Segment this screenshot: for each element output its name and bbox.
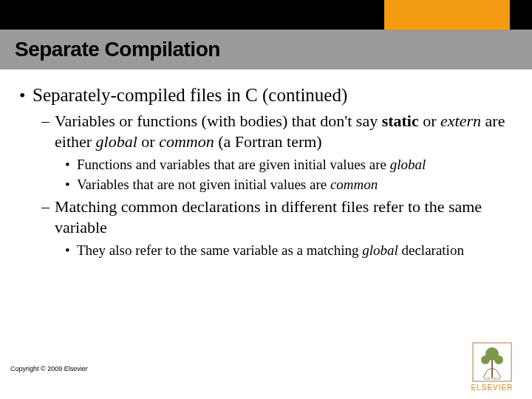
top-orange-accent bbox=[384, 0, 510, 30]
bullet-text: Matching common declarations in differen… bbox=[55, 197, 513, 238]
list-item: – Matching common declarations in differ… bbox=[41, 197, 513, 259]
slide-title: Separate Compilation bbox=[15, 38, 220, 61]
list-item: • Functions and variables that are given… bbox=[65, 155, 513, 174]
bullet-list-level3: • They also refer to the same variable a… bbox=[65, 241, 513, 259]
text-fragment: or bbox=[419, 112, 440, 130]
text-fragment: Variables or functions (with bodies) tha… bbox=[55, 112, 382, 130]
svg-point-4 bbox=[494, 355, 503, 364]
bullet-text: Variables or functions (with bodies) tha… bbox=[55, 111, 513, 152]
bullet-list-level1: • Separately-compiled files in C (contin… bbox=[19, 84, 513, 259]
text-fragment: They also refer to the same variable as … bbox=[77, 242, 362, 258]
keyword-common: common bbox=[330, 177, 378, 192]
keyword-global: global bbox=[390, 157, 426, 172]
bullet-dot-icon: • bbox=[65, 155, 77, 174]
keyword-common: common bbox=[159, 132, 214, 151]
bullet-text: They also refer to the same variable as … bbox=[77, 241, 464, 259]
list-item: – Variables or functions (with bodies) t… bbox=[41, 111, 513, 194]
bullet-dot-icon: • bbox=[65, 175, 77, 194]
list-item: • Variables that are not given initial v… bbox=[65, 175, 513, 194]
bullet-dot-icon: • bbox=[65, 241, 77, 259]
bullet-text: Separately-compiled files in C (continue… bbox=[33, 84, 347, 106]
text-fragment: or bbox=[137, 132, 159, 151]
svg-text:NON SOLUS: NON SOLUS bbox=[484, 377, 500, 381]
keyword-global: global bbox=[96, 132, 137, 151]
text-fragment: declaration bbox=[398, 242, 464, 258]
copyright-text: Copyright © 2009 Elsevier bbox=[10, 365, 88, 372]
bullet-list-level2: – Variables or functions (with bodies) t… bbox=[41, 111, 513, 259]
bullet-list-level3: • Functions and variables that are given… bbox=[65, 155, 513, 194]
title-bar: Separate Compilation bbox=[0, 30, 532, 69]
dash-icon: – bbox=[41, 111, 55, 152]
content-area: • Separately-compiled files in C (contin… bbox=[19, 80, 513, 259]
publisher-logo: NON SOLUS ELSEVIER bbox=[463, 342, 522, 392]
keyword-global: global bbox=[362, 242, 398, 258]
text-fragment: (a Fortran term) bbox=[214, 132, 322, 151]
list-item: • They also refer to the same variable a… bbox=[65, 241, 513, 259]
slide: Separate Compilation • Separately-compil… bbox=[0, 0, 532, 399]
text-fragment: Variables that are not given initial val… bbox=[77, 177, 330, 192]
bullet-text: Variables that are not given initial val… bbox=[77, 175, 378, 194]
dash-icon: – bbox=[41, 197, 55, 238]
bullet-text: Functions and variables that are given i… bbox=[77, 155, 426, 174]
list-item: • Separately-compiled files in C (contin… bbox=[19, 84, 513, 259]
keyword-extern: extern bbox=[440, 112, 481, 130]
bullet-dot-icon: • bbox=[19, 84, 33, 106]
elsevier-tree-icon: NON SOLUS bbox=[472, 342, 512, 382]
keyword-static: static bbox=[382, 112, 419, 130]
text-fragment: Functions and variables that are given i… bbox=[77, 157, 390, 172]
svg-point-3 bbox=[481, 355, 490, 364]
publisher-name: ELSEVIER bbox=[463, 383, 522, 392]
